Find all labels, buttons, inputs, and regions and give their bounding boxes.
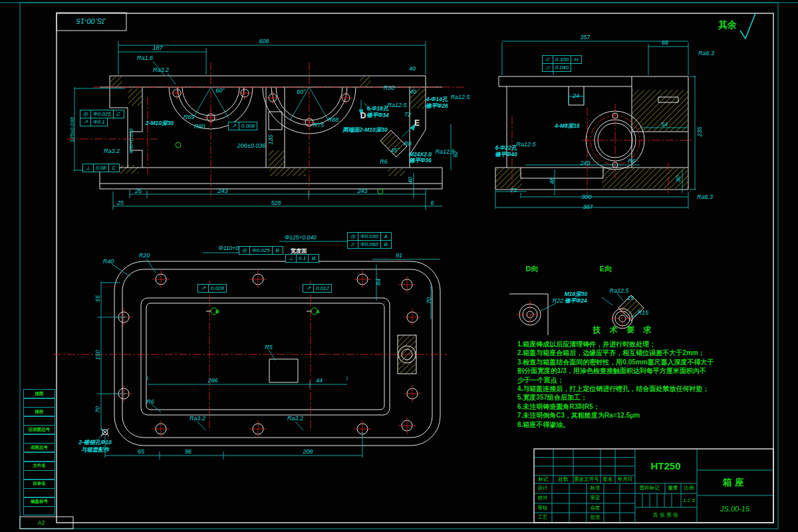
dim-label: 150 (94, 350, 101, 360)
dim-label: Ra3.2 (104, 148, 120, 154)
line-art (0, 0, 798, 532)
dim-label: 与箱盖配作 (81, 446, 110, 454)
dim-label: 243 (357, 188, 367, 194)
gdt-cell: H (571, 55, 582, 64)
dim-label: 60° (297, 88, 306, 95)
dim-label: 宽度面 (291, 247, 307, 255)
dim-label: 锪平Φ24 (565, 297, 587, 305)
binding-strip-cell (23, 434, 55, 444)
dim-label: Ra12.5 (435, 148, 454, 155)
binding-strip-cell (23, 506, 55, 515)
sign-approve: 批准 (591, 514, 600, 521)
mark-header-stamp: 图样标记 (640, 485, 660, 491)
dim-label: 15 (627, 295, 634, 301)
gdt-cell: C (113, 110, 124, 118)
tech-req-line: 3.检查与箱盖结合面间的密封性，用0.05mm塞尺塞入深度不得大于 (517, 358, 730, 366)
tech-req-lines: 1.箱座铸成以后应清理铸件，并进行时效处理；2.箱盖与箱座合箱后，边缘应平齐，相… (517, 340, 730, 429)
gdt-cell: // (347, 240, 358, 249)
binding-strip-label: 磁盘标号 (23, 497, 55, 507)
dim-label: 357 (580, 34, 590, 41)
binding-strip-label: 旧底图总号 (23, 425, 55, 434)
sign-design: 设计 (538, 485, 548, 491)
gdt-frame: ↗0.028 (198, 285, 227, 293)
corner-drawing-number: JS.00-15 (76, 17, 106, 25)
dim-label: R40 (103, 258, 114, 265)
gdt-cell: ↗ (80, 118, 91, 126)
dim-label: 65 (138, 448, 144, 455)
gdt-cell: 0.1 (296, 254, 309, 263)
dim-label: R5 (265, 344, 273, 350)
dim-label: Ra3.2 (190, 415, 205, 422)
paper-size-label: A2 (37, 519, 45, 526)
gdt-cell: ↗ (198, 284, 209, 293)
gdt-cell: B (308, 254, 319, 263)
binding-strip-label: 描校 (23, 407, 55, 416)
dim-label: Ra3.2 (153, 66, 169, 73)
dim-label: 锪平Φ36 (409, 157, 431, 165)
dim-label: Ra12.5 (609, 287, 628, 294)
dim-label: R30 (384, 84, 395, 91)
gdt-frame: ⊥0.1B (286, 255, 319, 263)
dim-label: 60° (215, 87, 225, 94)
gdt-frame: ◎Φ0.030A//Φ0.060B (348, 233, 392, 249)
dim-label: 25 (117, 200, 124, 206)
rev-header-count: 处数 (559, 476, 569, 483)
sign-check: 校对 (538, 495, 548, 501)
dim-label: 300 (581, 194, 591, 200)
gdt-cell: 0.028 (208, 284, 227, 293)
dim-label: 锪平Φ34 (366, 112, 388, 120)
dim-label: B (215, 309, 219, 315)
dim-label: Ra3.2 (287, 415, 303, 422)
gdt-cell: 0.012 (313, 284, 332, 293)
rev-header-date: 年月日 (618, 476, 633, 483)
surplus-roughness-note: 其余 (718, 19, 737, 31)
dim-label: D (360, 111, 366, 120)
gdt-cell: ↗ (303, 284, 314, 293)
dim-label: 45° (390, 147, 400, 154)
gdt-cell: 0.008 (239, 122, 257, 130)
gdt-cell: C (108, 164, 120, 172)
gdt-cell: 0.08 (93, 164, 109, 172)
surface-finish-icon (740, 13, 755, 39)
dim-label: A (316, 309, 320, 315)
sign-audit: 审核 (538, 505, 548, 511)
dim-label: Φ90+0.035 (128, 128, 134, 154)
gdt-cell: ↗ (228, 122, 239, 130)
gdt-frame: ◎Φ0.025C↗Φ0.1 (80, 110, 124, 126)
dim-label: R88 (328, 116, 339, 123)
dim-label: 208 (303, 448, 313, 455)
dim-label: R22 (553, 297, 564, 304)
dim-label: 135 (267, 134, 274, 144)
gdt-frame: //0.100H▱0.040 (543, 56, 582, 72)
binding-strip-label: 底图总号 (23, 443, 55, 452)
binding-strip-label: 描图 (23, 389, 55, 398)
scale-value: 1:2.5 (683, 497, 695, 503)
dim-label: D向 (526, 264, 539, 274)
dim-label: 70 (426, 297, 432, 304)
dim-label: Ra12.5 (450, 94, 469, 100)
gdt-cell: ⊥ (285, 254, 297, 263)
tech-req-line: 5.宽度357组合后加工； (517, 393, 730, 402)
dim-label: Ra6.3 (697, 194, 713, 200)
dim-label: 84 (375, 279, 382, 285)
material-label: HT250 (650, 460, 680, 471)
dim-label: Ra1.6 (137, 55, 153, 61)
dim-label: 206±0.036 (237, 142, 265, 149)
dim-label: 4-M8深15 (555, 122, 579, 130)
gdt-cell: Φ0.025 (249, 246, 273, 255)
tech-req-line: 2.箱盖与箱座合箱后，边缘应平齐，相互错位误差不大于2mm； (517, 348, 730, 357)
tech-req-line: 7.未注明倒角C3，其粗糙度为Ra=12.5μm (517, 411, 730, 420)
dim-label: E (414, 118, 420, 128)
tech-req-line: 4.与箱盖连接后，打上定位销进行镗孔，结合面处禁放任何衬垫； (517, 384, 730, 393)
dim-label: 44 (316, 377, 323, 384)
binding-strip-label: 目录名 (23, 479, 55, 489)
gdt-cell: Φ0.1 (90, 118, 108, 126)
dim-label: 91 (396, 252, 402, 259)
dim-label: 锪平Φ40 (495, 151, 517, 159)
technical-requirements: 技 术 要 求 1.箱座铸成以后应清理铸件，并进行时效处理；2.箱盖与箱座合箱后… (517, 325, 730, 429)
tech-req-line: 1.箱座铸成以后应清理铸件，并进行时效处理； (517, 340, 730, 348)
sign-standard: 标准 (591, 485, 600, 491)
dim-label: 96 (185, 448, 192, 455)
rev-header-sign: 签名 (603, 476, 613, 483)
dim-label: R20 (139, 252, 150, 259)
